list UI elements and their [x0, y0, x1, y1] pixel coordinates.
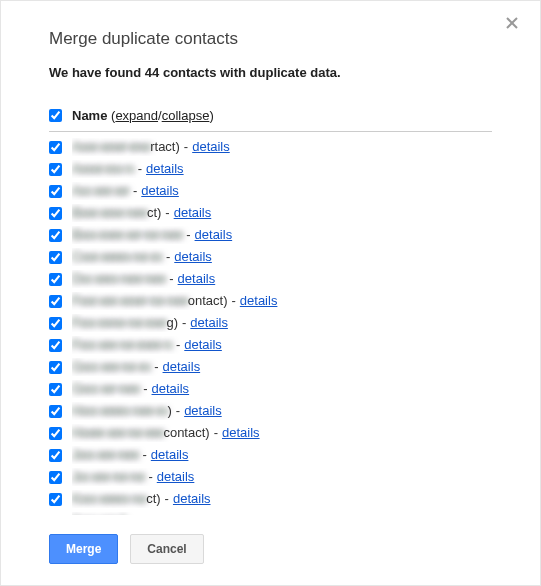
contact-checkbox[interactable] — [49, 383, 62, 396]
details-link[interactable]: details — [151, 446, 189, 464]
contact-name: Bxxe xexe rxeect)-details — [72, 204, 492, 222]
contacts-scroll[interactable]: Axxe xexer erxertact)-detailsAxxxe exx r… — [49, 136, 492, 516]
found-summary: We have found 44 contacts with duplicate… — [49, 65, 492, 80]
details-link[interactable]: details — [222, 424, 260, 442]
contact-checkbox[interactable] — [49, 295, 62, 308]
expand-all-link[interactable]: expand — [115, 108, 158, 123]
contact-name: Axxe xexer erxertact)-details — [72, 138, 492, 156]
contact-row: Jxxx xee rxee-details — [49, 444, 492, 466]
contact-name: Axx xee xer-details — [72, 182, 492, 200]
contact-row: Fxxx exrxe rxe exerg)-details — [49, 312, 492, 334]
dialog-title: Merge duplicate contacts — [49, 29, 492, 49]
contact-checkbox[interactable] — [49, 427, 62, 440]
contact-checkbox[interactable] — [49, 251, 62, 264]
contact-row: Hxxx xeeex rxee ex)-details — [49, 400, 492, 422]
merge-button[interactable]: Merge — [49, 534, 118, 564]
column-name-label: Name — [72, 108, 107, 123]
details-link[interactable]: details — [146, 160, 184, 178]
contact-name: Axxxe exx rx-details — [72, 160, 492, 178]
details-link[interactable]: details — [195, 226, 233, 244]
contact-name: Hxxee xee rxe eee contact)-details — [72, 424, 492, 442]
contact-checkbox[interactable] — [49, 493, 62, 506]
details-link[interactable]: details — [157, 468, 195, 486]
contact-name: Jxx xee rxe rxe-details — [72, 468, 492, 486]
contact-checkbox[interactable] — [49, 163, 62, 176]
contact-row: Hxxee xee rxe eee contact)-details — [49, 422, 492, 444]
details-link[interactable]: details — [192, 138, 230, 156]
contact-name: Jxxx xee rxee-details — [72, 446, 492, 464]
contact-name: Cxxe xeeex rxe ex-details — [72, 248, 492, 266]
contact-checkbox[interactable] — [49, 339, 62, 352]
contact-name: Dxx xeex rxee rxee-details — [72, 270, 492, 288]
contact-row: Axxxe exx rx-details — [49, 158, 492, 180]
contact-checkbox[interactable] — [49, 229, 62, 242]
details-link[interactable]: details — [173, 490, 211, 508]
contact-checkbox[interactable] — [49, 449, 62, 462]
contact-row: Fxxe xee xexer rxe rxeeontact)-details — [49, 290, 492, 312]
close-icon[interactable] — [506, 17, 522, 33]
contact-checkbox[interactable] — [49, 141, 62, 154]
contact-row: Gxxx xee rxe ex-details — [49, 356, 492, 378]
details-link[interactable]: details — [174, 248, 212, 266]
details-link[interactable]: details — [190, 314, 228, 332]
contact-checkbox[interactable] — [49, 405, 62, 418]
details-link[interactable]: details — [184, 402, 222, 420]
contact-checkbox[interactable] — [49, 207, 62, 220]
merge-contacts-dialog: Merge duplicate contacts We have found 4… — [0, 0, 541, 586]
contact-row: Jxx xee rxe rxe-details — [49, 466, 492, 488]
contact-checkbox[interactable] — [49, 317, 62, 330]
contact-name: Kxxx xeeex rxect)-details — [72, 490, 492, 508]
contact-row: Dxx xeex rxee rxee-details — [49, 268, 492, 290]
contact-row: Cxxe xeeex rxe ex-details — [49, 246, 492, 268]
contact-name: Bxxx exee xer rxe rxee-details — [72, 226, 492, 244]
contact-checkbox[interactable] — [49, 185, 62, 198]
cancel-button[interactable]: Cancel — [130, 534, 203, 564]
contact-row: Bxxx exee xer rxe rxee-details — [49, 224, 492, 246]
contact-name: Fxxx exrxe rxe exerg)-details — [72, 314, 492, 332]
details-link[interactable]: details — [141, 182, 179, 200]
contact-row: Axx xee xer-details — [49, 180, 492, 202]
select-all-checkbox[interactable] — [49, 109, 62, 122]
contact-row: Fxxx xee rxe exee rx-details — [49, 334, 492, 356]
contact-name: Hxxx xeeex rxee ex)-details — [72, 402, 492, 420]
contact-row: Gxxx xer rxee-details — [49, 378, 492, 400]
details-link[interactable]: details — [240, 292, 278, 310]
contact-name: Fxxe xee xexer rxe rxeeontact)-details — [72, 292, 492, 310]
contact-row: Kxxx xeeex rxect)-details — [49, 488, 492, 510]
contact-name: Gxxx xer rxee-details — [72, 380, 492, 398]
details-link[interactable]: details — [184, 336, 222, 354]
details-link[interactable]: details — [163, 358, 201, 376]
contact-row: Axxe xexer erxertact)-details — [49, 136, 492, 158]
contact-checkbox[interactable] — [49, 273, 62, 286]
contact-row: Bxxe xexe rxeect)-details — [49, 202, 492, 224]
contact-checkbox[interactable] — [49, 361, 62, 374]
collapse-all-link[interactable]: collapse — [162, 108, 210, 123]
contact-checkbox[interactable] — [49, 471, 62, 484]
details-link[interactable]: details — [152, 380, 190, 398]
details-link[interactable]: details — [174, 204, 212, 222]
details-link[interactable]: details — [178, 270, 216, 288]
contact-name: Gxxx xee rxe ex-details — [72, 358, 492, 376]
contact-name: Fxxx xee rxe exee rx-details — [72, 336, 492, 354]
